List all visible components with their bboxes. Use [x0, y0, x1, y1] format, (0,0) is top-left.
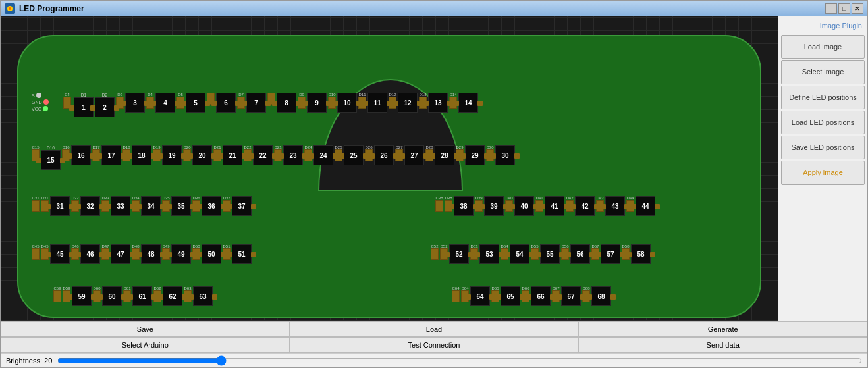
title-bar: LED Programmer — □ ✕ — [1, 1, 867, 16]
side-panel: Image Plugin Load image Select image Def… — [778, 16, 867, 321]
apply-image-button[interactable]: Apply image — [781, 161, 865, 184]
list-item: 65 — [501, 286, 520, 306]
test-connection-button[interactable]: Test Connection — [290, 337, 579, 353]
list-item: 38 — [454, 196, 474, 216]
list-item: 33 — [111, 196, 130, 216]
pcb-canvas: S GND VCC C4 — [1, 16, 778, 321]
window-controls: — □ ✕ — [825, 3, 863, 14]
list-item: 66 — [531, 286, 551, 306]
select-arduino-button[interactable]: Select Arduino — [1, 337, 290, 353]
list-item: 6 — [216, 93, 236, 113]
list-item: 52 — [449, 244, 469, 264]
pin-s: S — [32, 93, 49, 98]
list-item: 28 — [435, 145, 454, 165]
generate-button[interactable]: Generate — [578, 321, 867, 337]
load-led-button[interactable]: Load LED positions — [781, 111, 865, 134]
list-item: 51 — [232, 244, 252, 264]
list-item: 24 — [313, 145, 333, 165]
bottom-bar: Save Load Generate Select Arduino Test C… — [1, 321, 867, 367]
app-icon — [5, 3, 15, 14]
load-button[interactable]: Load — [290, 321, 579, 337]
list-item: 48 — [141, 244, 161, 264]
list-item: 49 — [171, 244, 191, 264]
main-area: S GND VCC C4 — [1, 16, 867, 321]
led-row-3-right: C38 D38 38 D39 39 D40 40 D41 41 D42 42 D… — [435, 196, 655, 216]
select-image-button[interactable]: Select image — [781, 60, 865, 84]
bottom-row-1: Save Load Generate — [1, 321, 867, 337]
brightness-label: Brightness: 20 — [6, 357, 52, 365]
list-item: 26 — [374, 145, 394, 165]
list-item: 12 — [398, 93, 418, 113]
status-bar: Brightness: 20 — [1, 353, 867, 367]
list-item: 57 — [601, 244, 620, 264]
list-item: 35 — [171, 196, 191, 216]
list-item: 42 — [575, 196, 595, 216]
led-row-5-right: C64 D64 64 D65 65 D66 66 D67 67 D68 68 — [452, 286, 611, 306]
define-led-button[interactable]: Define LED positions — [781, 86, 865, 109]
list-item: 14 — [458, 93, 478, 113]
list-item: 58 — [631, 244, 651, 264]
led-row-1: C4 D1 1 D2 — [63, 93, 478, 117]
list-item: 46 — [80, 244, 100, 264]
list-item: 64 — [470, 286, 490, 306]
list-item: 23 — [283, 145, 303, 165]
list-item: 47 — [111, 244, 130, 264]
list-item: 13 — [428, 93, 448, 113]
board-background — [17, 35, 761, 318]
list-item: 19 — [162, 145, 182, 165]
list-item: 36 — [202, 196, 221, 216]
list-item: 34 — [141, 196, 161, 216]
list-item: 25 — [344, 145, 364, 165]
led-row-5-left: C59 D59 59 D60 60 D61 61 D62 62 D63 63 — [53, 286, 213, 306]
list-item: 32 — [80, 196, 100, 216]
save-button[interactable]: Save — [1, 321, 290, 337]
list-item: 54 — [510, 244, 529, 264]
list-item: 60 — [102, 286, 122, 306]
list-item: 59 — [72, 286, 92, 306]
list-item: 22 — [253, 145, 273, 165]
list-item: 8 — [277, 93, 296, 113]
list-item: D1615 — [41, 145, 61, 170]
list-item: 39 — [484, 196, 504, 216]
bottom-row-2: Select Arduino Test Connection Send data — [1, 337, 867, 353]
list-item: 56 — [570, 244, 590, 264]
list-item: 50 — [202, 244, 221, 264]
led-row-4-left: C45 D45 45 D46 46 D47 47 D48 48 D49 49 D… — [32, 244, 252, 264]
list-item: 37 — [232, 196, 252, 216]
list-item: 10 — [337, 93, 357, 113]
save-led-button[interactable]: Save LED positions — [781, 136, 865, 159]
list-item: 17 — [101, 145, 121, 165]
list-item: 18 — [132, 145, 151, 165]
list-item: 20 — [192, 145, 212, 165]
list-item: 40 — [514, 196, 534, 216]
list-item: 5 — [186, 93, 205, 113]
list-item: 68 — [591, 286, 611, 306]
list-item: 21 — [223, 145, 242, 165]
list-item: 11 — [367, 93, 387, 113]
connector-block: S GND VCC — [32, 93, 49, 111]
list-item: 61 — [132, 286, 152, 306]
list-item: 27 — [404, 145, 424, 165]
window-title: LED Programmer — [19, 4, 825, 13]
minimize-button[interactable]: — — [825, 3, 837, 14]
pin-vcc: VCC — [32, 106, 49, 111]
led-row-3-left: C31 D31 31 D32 32 D33 33 D34 34 D35 35 D… — [32, 196, 252, 216]
main-window: LED Programmer — □ ✕ S GND — [0, 0, 868, 368]
svg-point-2 — [9, 7, 11, 10]
list-item: 29 — [465, 145, 485, 165]
send-data-button[interactable]: Send data — [578, 337, 867, 353]
list-item: 63 — [193, 286, 213, 306]
maximize-button[interactable]: □ — [838, 3, 850, 14]
list-item: 44 — [636, 196, 655, 216]
list-item: 30 — [495, 145, 515, 165]
close-button[interactable]: ✕ — [852, 3, 863, 14]
list-item: 43 — [605, 196, 625, 216]
list-item: 31 — [50, 196, 70, 216]
pin-gnd: GND — [32, 99, 49, 105]
load-image-button[interactable]: Load image — [781, 35, 865, 59]
led-row-4-right: C52 D52 52 D53 53 D54 54 D55 55 D56 56 D… — [431, 244, 651, 264]
brightness-slider[interactable] — [57, 355, 862, 366]
list-item: 62 — [163, 286, 182, 306]
list-item: 7 — [246, 93, 266, 113]
plugin-title: Image Plugin — [781, 19, 865, 35]
